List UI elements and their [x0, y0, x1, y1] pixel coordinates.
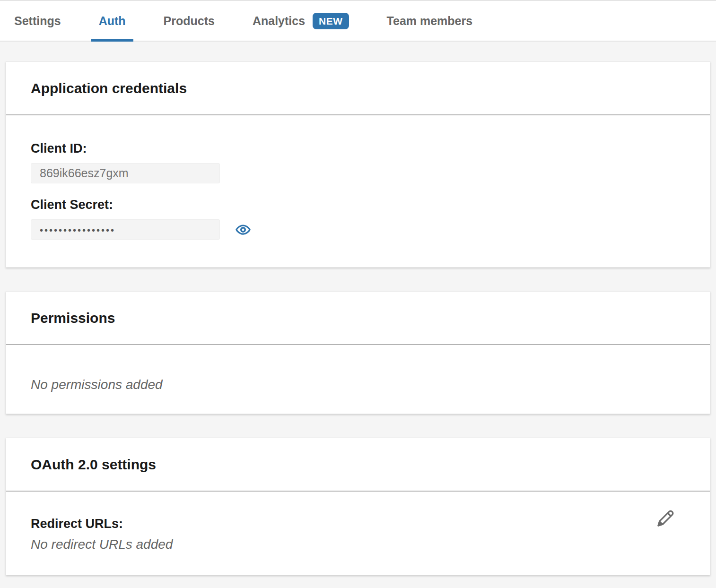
tab-products[interactable]: Products	[156, 1, 222, 41]
tab-auth-label: Auth	[99, 14, 126, 28]
client-id-label: Client ID:	[31, 141, 685, 156]
no-permissions-text: No permissions added	[31, 377, 685, 392]
permissions-body: No permissions added	[6, 345, 710, 414]
redirect-urls-label: Redirect URLs:	[31, 517, 685, 531]
main-content: Application credentials Client ID: Clien…	[0, 42, 716, 575]
application-credentials-title: Application credentials	[31, 80, 187, 96]
application-credentials-header: Application credentials	[6, 62, 710, 115]
oauth-settings-card: OAuth 2.0 settings Redirect URLs: No red…	[6, 438, 710, 575]
field-spacer	[31, 183, 685, 198]
oauth-settings-title: OAuth 2.0 settings	[31, 457, 156, 473]
tab-settings[interactable]: Settings	[7, 1, 69, 41]
reveal-secret-button[interactable]	[235, 222, 251, 238]
tab-products-label: Products	[164, 14, 215, 28]
eye-icon	[235, 232, 251, 239]
oauth-settings-body: Redirect URLs: No redirect URLs added	[6, 492, 710, 575]
tab-analytics-label: Analytics	[253, 14, 305, 28]
oauth-settings-header: OAuth 2.0 settings	[6, 438, 710, 492]
permissions-header: Permissions	[6, 292, 710, 345]
client-id-input[interactable]	[31, 163, 220, 183]
permissions-title: Permissions	[31, 310, 115, 326]
no-redirect-urls-text: No redirect URLs added	[31, 537, 685, 552]
tab-analytics[interactable]: Analytics NEW	[245, 1, 357, 41]
client-secret-label: Client Secret:	[31, 198, 685, 212]
pencil-icon	[655, 523, 677, 530]
permissions-card: Permissions No permissions added	[6, 291, 710, 414]
client-secret-row	[31, 219, 685, 240]
application-credentials-body: Client ID: Client Secret:	[6, 115, 710, 267]
tab-bar: Settings Auth Products Analytics NEW Tea…	[0, 0, 716, 42]
tab-team-members[interactable]: Team members	[379, 1, 480, 41]
client-secret-input[interactable]	[31, 219, 220, 240]
edit-redirect-urls-button[interactable]	[655, 507, 677, 529]
tab-settings-label: Settings	[14, 14, 61, 28]
tab-team-members-label: Team members	[387, 14, 473, 28]
active-tab-underline	[91, 39, 133, 42]
tab-auth[interactable]: Auth	[91, 1, 133, 41]
application-credentials-card: Application credentials Client ID: Clien…	[6, 61, 710, 268]
new-badge: NEW	[313, 13, 349, 29]
